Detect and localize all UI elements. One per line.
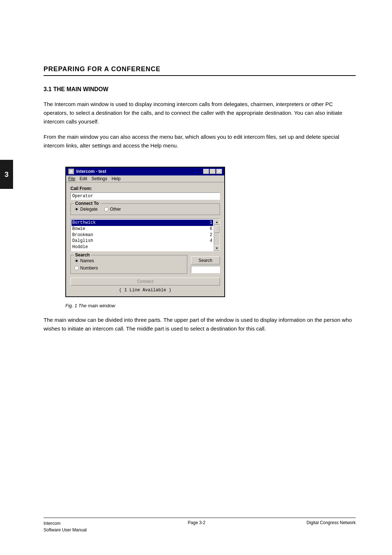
radio-numbers-circle[interactable] [74, 266, 79, 270]
call-from-label: Call From: [70, 186, 220, 191]
delegate-name: Hoddle [72, 244, 88, 250]
chapter-number: 3 [4, 170, 8, 179]
page: 3 PREPARING FOR A CONFERENCE 3.1 THE MAI… [0, 0, 392, 555]
application-window: ⊞ Intercom - test _ □ ✕ File Edit Settin… [65, 167, 225, 297]
search-options: Names Numbers [74, 258, 183, 271]
menu-settings[interactable]: Settings [91, 176, 107, 181]
delegate-name: Bowie [72, 226, 85, 232]
call-from-input[interactable]: Operator [70, 193, 220, 200]
figure-caption: Fig. 1 The main window [65, 303, 356, 308]
search-right: Search [191, 255, 220, 273]
delegate-name: Brookman [72, 232, 93, 238]
footer-product: Intercom [44, 520, 87, 527]
radio-delegate[interactable]: Delegate [74, 207, 98, 212]
paragraph-after-figure: The main window can be divided into thre… [44, 316, 356, 333]
menu-help[interactable]: Help [111, 176, 121, 181]
window-body: Call From: Operator Connect To Delegate [66, 182, 224, 296]
paragraph-1: The Intercom main window is used to disp… [44, 100, 356, 126]
menu-edit[interactable]: Edit [79, 176, 87, 181]
window-title: Intercom - test [76, 169, 106, 174]
radio-other[interactable]: Other [104, 207, 121, 212]
subsection-heading: 3.1 THE MAIN WINDOW [44, 86, 356, 93]
radio-delegate-label: Delegate [80, 207, 98, 212]
list-item[interactable]: Bowie 6 [72, 226, 213, 232]
search-area: Search Names Numbers [70, 255, 220, 274]
titlebar: ⊞ Intercom - test _ □ ✕ [66, 167, 224, 175]
search-button[interactable]: Search [191, 256, 220, 264]
radio-names-label: Names [80, 258, 94, 263]
delegate-name: Dalglish [72, 238, 93, 244]
page-footer: Intercom Software User Manual Page 3-2 D… [44, 518, 356, 533]
connect-button[interactable]: Connect [70, 278, 220, 285]
call-from-value: Operator [72, 194, 93, 199]
status-text: ( 1 Line Available ) [119, 288, 171, 293]
search-groupbox: Search Names Numbers [70, 255, 187, 274]
maximize-button[interactable]: □ [210, 169, 216, 174]
radio-names-circle[interactable] [74, 259, 79, 263]
status-row: ( 1 Line Available ) [70, 288, 220, 293]
screenshot-container: ⊞ Intercom - test _ □ ✕ File Edit Settin… [65, 167, 225, 297]
paragraph-2: From the main window you can also access… [44, 133, 356, 150]
connect-to-group: Connect To Delegate Other [70, 203, 220, 215]
section-heading: PREPARING FOR A CONFERENCE [44, 65, 356, 76]
list-item[interactable]: Dalglish 4 [72, 238, 213, 244]
delegate-number: 1 [210, 220, 212, 226]
content-area: PREPARING FOR A CONFERENCE 3.1 THE MAIN … [44, 0, 356, 333]
chapter-tab: 3 [0, 160, 13, 189]
minimize-button[interactable]: _ [203, 169, 209, 174]
delegate-list-container: Borthwick 1 Bowie 6 Brookman 2 [70, 219, 220, 251]
footer-doc-type: Software User Manual [44, 527, 87, 533]
delegate-list[interactable]: Borthwick 1 Bowie 6 Brookman 2 [71, 219, 214, 251]
list-scrollbar[interactable]: ▲ ▼ [214, 219, 220, 251]
connect-to-options: Delegate Other [74, 207, 216, 212]
title-left: ⊞ Intercom - test [68, 169, 106, 174]
radio-numbers-label: Numbers [80, 266, 98, 271]
radio-other-label: Other [110, 207, 121, 212]
app-icon: ⊞ [68, 169, 74, 174]
delegate-number: 6 [210, 226, 212, 232]
radio-names[interactable]: Names [74, 258, 94, 263]
delegate-name: Borthwick [72, 220, 96, 226]
radio-numbers[interactable]: Numbers [74, 266, 98, 271]
footer-page: Page 3-2 [188, 520, 205, 525]
footer-brand: Digital Congress Network [307, 520, 356, 525]
scroll-thumb[interactable] [215, 226, 220, 233]
list-item[interactable]: Brookman 2 [72, 232, 213, 238]
connect-to-label: Connect To [74, 201, 100, 206]
list-item[interactable]: Borthwick 1 [72, 220, 213, 226]
list-item[interactable]: Hoddle [72, 244, 213, 250]
close-button[interactable]: ✕ [216, 169, 222, 174]
radio-delegate-circle[interactable] [74, 207, 79, 211]
menubar: File Edit Settings Help [66, 175, 224, 182]
footer-left: Intercom Software User Manual [44, 520, 87, 533]
window-controls: _ □ ✕ [203, 169, 222, 174]
connect-row: Connect [70, 278, 220, 285]
delegate-number: 2 [210, 232, 212, 238]
scroll-down-arrow[interactable]: ▼ [214, 245, 220, 251]
menu-file[interactable]: File [68, 176, 75, 181]
delegate-number: 4 [210, 238, 212, 244]
search-group-label: Search [74, 252, 91, 258]
search-input[interactable] [191, 266, 220, 273]
scroll-up-arrow[interactable]: ▲ [214, 219, 220, 225]
radio-other-circle[interactable] [104, 207, 109, 211]
